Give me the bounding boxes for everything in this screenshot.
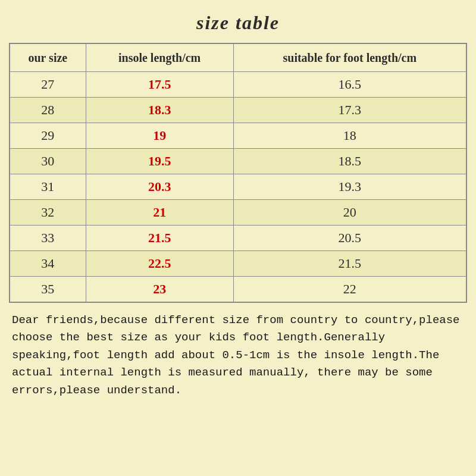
cell-insole: 19.5 (86, 149, 233, 174)
table-row: 352322 (10, 277, 466, 303)
cell-insole: 20.3 (86, 174, 233, 200)
table-row: 2818.317.3 (10, 98, 466, 123)
cell-size: 32 (10, 200, 86, 226)
cell-foot: 16.5 (233, 72, 466, 98)
cell-foot: 19.3 (233, 174, 466, 200)
table-header-row: our size insole length/cm suitable for f… (10, 43, 466, 72)
page-container: size table our size insole length/cm sui… (0, 0, 476, 476)
cell-insole: 21.5 (86, 226, 233, 251)
cell-foot: 18.5 (233, 149, 466, 174)
cell-size: 31 (10, 174, 86, 200)
table-row: 322120 (10, 200, 466, 226)
cell-foot: 17.3 (233, 98, 466, 123)
cell-insole: 23 (86, 277, 233, 303)
cell-foot: 20 (233, 200, 466, 226)
cell-size: 35 (10, 277, 86, 303)
cell-insole: 19 (86, 123, 233, 149)
cell-foot: 21.5 (233, 251, 466, 277)
col-header-foot: suitable for foot length/cm (233, 43, 466, 72)
table-body: 2717.516.52818.317.32919183019.518.53120… (10, 72, 466, 303)
cell-size: 33 (10, 226, 86, 251)
cell-size: 30 (10, 149, 86, 174)
col-header-insole: insole length/cm (86, 43, 233, 72)
cell-foot: 20.5 (233, 226, 466, 251)
page-title: size table (9, 6, 467, 43)
cell-insole: 18.3 (86, 98, 233, 123)
cell-foot: 22 (233, 277, 466, 303)
cell-insole: 21 (86, 200, 233, 226)
note-text: Dear friends,because different size from… (9, 312, 467, 399)
table-row: 3422.521.5 (10, 251, 466, 277)
cell-foot: 18 (233, 123, 466, 149)
table-row: 3321.520.5 (10, 226, 466, 251)
cell-size: 27 (10, 72, 86, 98)
table-row: 3120.319.3 (10, 174, 466, 200)
table-row: 291918 (10, 123, 466, 149)
cell-size: 34 (10, 251, 86, 277)
cell-size: 29 (10, 123, 86, 149)
cell-size: 28 (10, 98, 86, 123)
size-table: our size insole length/cm suitable for f… (9, 43, 467, 303)
col-header-size: our size (10, 43, 86, 72)
table-row: 3019.518.5 (10, 149, 466, 174)
table-row: 2717.516.5 (10, 72, 466, 98)
cell-insole: 22.5 (86, 251, 233, 277)
cell-insole: 17.5 (86, 72, 233, 98)
